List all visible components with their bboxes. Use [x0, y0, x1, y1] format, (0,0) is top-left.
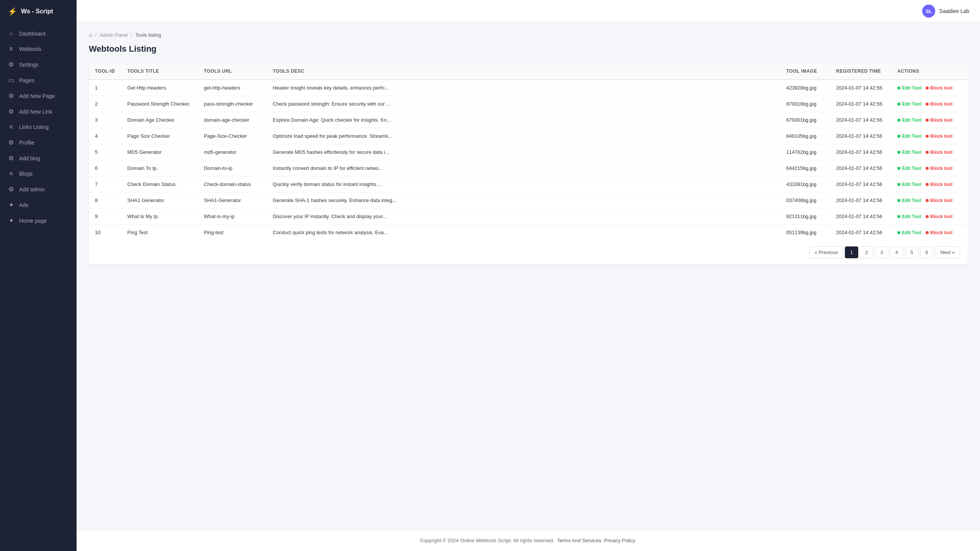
sidebar-item-links-listing[interactable]: ≡Links Listing — [0, 119, 77, 135]
footer-link-privacy-policy[interactable]: Privacy Policy — [604, 538, 635, 543]
col-header-desc: TOOLS DESC — [266, 63, 780, 80]
nav-label-pages: Pages — [19, 77, 34, 83]
nav-icon-home-page: ✦ — [8, 217, 15, 224]
cell-title: Get Http Headers. — [121, 80, 198, 96]
edit-tool-button[interactable]: Edit Tool — [897, 101, 921, 107]
edit-icon — [897, 86, 900, 90]
nav-label-add-blog: Add blog — [19, 155, 40, 161]
edit-icon — [897, 135, 900, 138]
sidebar-item-settings[interactable]: ⚙Settings — [0, 57, 77, 72]
cell-image: 821311bg.jpg — [780, 209, 830, 225]
bolt-icon: ⚡ — [8, 7, 17, 16]
block-icon — [926, 151, 929, 154]
main-area: SL Saadiee Lab ⌂ / Admin Panel / Tools l… — [77, 0, 980, 551]
edit-tool-button[interactable]: Edit Tool — [897, 182, 921, 187]
sidebar-item-profile[interactable]: ⚙Profile — [0, 135, 77, 150]
page-btn-4[interactable]: 4 — [890, 246, 903, 258]
footer-copyright: Copyright © 2024 Online Webtools Script.… — [420, 538, 554, 543]
cell-title: Password Strength Checker. — [121, 96, 198, 112]
cell-id: 1 — [89, 80, 121, 96]
cell-time: 2024-01-07 14:42:56 — [830, 128, 891, 144]
cell-desc: Generate SHA-1 hashes securely. Enhance … — [266, 192, 780, 209]
edit-tool-button[interactable]: Edit Tool — [897, 214, 921, 219]
cell-title: Check Domain Status. — [121, 176, 198, 192]
edit-tool-button[interactable]: Edit Tool — [897, 117, 921, 123]
cell-desc: Explore Domain Age: Quick checker for in… — [266, 112, 780, 128]
edit-tool-button[interactable]: Edit Tool — [897, 198, 921, 203]
sidebar-item-add-admin[interactable]: ⚙Add admin — [0, 181, 77, 197]
page-btn-5[interactable]: 5 — [905, 246, 918, 258]
edit-icon — [897, 199, 900, 202]
sidebar-item-add-new-link[interactable]: ⚙Add New Link — [0, 104, 77, 119]
block-tool-button[interactable]: Block tool — [926, 214, 952, 219]
edit-tool-button[interactable]: Edit Tool — [897, 85, 921, 91]
breadcrumb-admin: Admin Panel — [100, 32, 128, 38]
cell-url: Page-Size-Checker — [198, 128, 266, 144]
edit-icon — [897, 183, 900, 186]
page-btn-1[interactable]: 1 — [845, 246, 858, 258]
block-tool-button[interactable]: Block tool — [926, 117, 952, 123]
topbar: SL Saadiee Lab — [77, 0, 980, 23]
edit-tool-button[interactable]: Edit Tool — [897, 166, 921, 171]
page-btn-6[interactable]: 6 — [920, 246, 933, 258]
cell-url: domain-age-checker — [198, 112, 266, 128]
cell-actions: Edit Tool Block tool — [891, 128, 968, 144]
cell-id: 9 — [89, 209, 121, 225]
page-btn-2[interactable]: 2 — [860, 246, 873, 258]
edit-tool-button[interactable]: Edit Tool — [897, 134, 921, 139]
block-tool-button[interactable]: Block tool — [926, 198, 952, 203]
nav-icon-webtools: ≡ — [8, 46, 15, 52]
page-btn-3[interactable]: 3 — [875, 246, 888, 258]
sidebar-item-add-new-page[interactable]: ⚙Add New Page — [0, 88, 77, 104]
cell-image: 846105bg.jpg — [780, 128, 830, 144]
cell-url: What-is-my-ip — [198, 209, 266, 225]
edit-icon — [897, 215, 900, 218]
block-tool-button[interactable]: Block tool — [926, 134, 952, 139]
cell-time: 2024-01-07 14:42:56 — [830, 225, 891, 241]
cell-id: 7 — [89, 176, 121, 192]
breadcrumb-sep-2: / — [131, 32, 132, 38]
edit-tool-button[interactable]: Edit Tool — [897, 230, 921, 235]
sidebar-item-ads[interactable]: ✦Ads — [0, 197, 77, 213]
prev-page-button[interactable]: « Previous — [809, 246, 843, 258]
footer-link-terms-and-services[interactable]: Terms And Services — [557, 538, 601, 543]
sidebar-item-pages[interactable]: ▭Pages — [0, 72, 77, 88]
block-tool-button[interactable]: Block tool — [926, 85, 952, 91]
cell-image: 037406bg.jpg — [780, 192, 830, 209]
nav-label-profile: Profile — [19, 140, 34, 146]
cell-desc: Discover your IP instantly. Check and di… — [266, 209, 780, 225]
block-tool-button[interactable]: Block tool — [926, 101, 952, 107]
col-header-time: REGISTERED TIME — [830, 63, 891, 80]
sidebar-item-dashboard[interactable]: ○Dashboard — [0, 26, 77, 41]
col-header-title: TOOLS TITLE — [121, 63, 198, 80]
nav-label-links-listing: Links Listing — [19, 124, 49, 130]
nav-icon-add-blog: ⚙ — [8, 155, 15, 162]
sidebar-item-blogs[interactable]: ≡Blogs — [0, 166, 77, 181]
sidebar-item-add-blog[interactable]: ⚙Add blog — [0, 150, 77, 166]
cell-id: 5 — [89, 144, 121, 160]
edit-icon — [897, 231, 900, 234]
cell-actions: Edit Tool Block tool — [891, 160, 968, 176]
footer: Copyright © 2024 Online Webtools Script.… — [77, 530, 980, 551]
sidebar-item-home-page[interactable]: ✦Home page — [0, 213, 77, 228]
block-tool-button[interactable]: Block tool — [926, 182, 952, 187]
edit-tool-button[interactable]: Edit Tool — [897, 150, 921, 155]
sidebar-item-webtools[interactable]: ≡Webtools — [0, 41, 77, 57]
col-header-id: TOOL-ID — [89, 63, 121, 80]
cell-title: Page Size Checker — [121, 128, 198, 144]
nav-icon-dashboard: ○ — [8, 30, 15, 37]
col-header-url: TOOLS URL — [198, 63, 266, 80]
block-icon — [926, 199, 929, 202]
content-area: ⌂ / Admin Panel / Tools listing Webtools… — [77, 23, 980, 530]
cell-time: 2024-01-07 14:42:56 — [830, 192, 891, 209]
nav-icon-blogs: ≡ — [8, 170, 15, 177]
next-page-button[interactable]: Next » — [935, 246, 960, 258]
cell-url: get-http-headers — [198, 80, 266, 96]
nav-label-dashboard: Dashboard — [19, 31, 46, 37]
block-icon — [926, 183, 929, 186]
block-tool-button[interactable]: Block tool — [926, 166, 952, 171]
block-tool-button[interactable]: Block tool — [926, 230, 952, 235]
block-tool-button[interactable]: Block tool — [926, 150, 952, 155]
pagination: « Previous123456Next » — [89, 240, 968, 264]
cell-time: 2024-01-07 14:42:56 — [830, 144, 891, 160]
